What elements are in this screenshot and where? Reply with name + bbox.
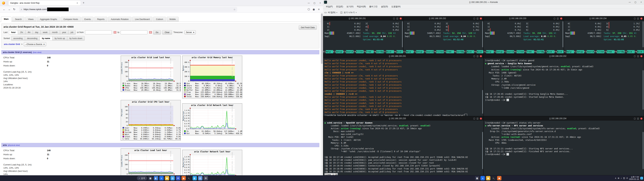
forward-icon[interactable]: → <box>7 7 12 12</box>
bookmark-star-icon[interactable]: ☆ <box>234 8 236 11</box>
scrollbar-thumb[interactable] <box>643 132 644 169</box>
extensions-icon[interactable]: ⬡ <box>306 7 311 12</box>
pane-scrollbar[interactable] <box>642 59 644 115</box>
konsole-minimize-button[interactable]: — <box>627 0 632 4</box>
breadcrumb-grid-link[interactable]: aria cluster Grid <box>4 43 20 46</box>
terminal-icon[interactable]: >_ <box>187 176 191 180</box>
pane-scrollbar[interactable] <box>482 21 483 53</box>
toolbar--[interactable]: ◫보기 나누기▾ <box>340 11 356 14</box>
pane-maximize-icon[interactable]: ▢ <box>634 17 636 20</box>
taskbar-clock[interactable]: 오후 7:202024-01-16 <box>629 176 639 180</box>
section-header-link[interactable]: (tree view) <box>33 51 42 53</box>
sort-descending-button[interactable]: descending <box>25 36 40 40</box>
page-scrollbar[interactable] <box>321 13 323 175</box>
scrollbar-thumb[interactable] <box>321 14 323 64</box>
start-button[interactable] <box>470 176 474 180</box>
htop-function-bar[interactable]: F1Help F2Setup F3SearchF4FilterF5Tree F6… <box>404 50 484 53</box>
pane-maximize-icon[interactable]: ▢ <box>634 117 636 120</box>
ime-english-indicator[interactable]: A <box>626 177 628 179</box>
pane-split-icon[interactable]: ◫ <box>637 55 639 57</box>
terminal-body[interactable]: 0[0.0%] 3[0.0%] 1[0.0%] 4[0.0%] 2[0.7%] … <box>484 20 564 54</box>
graph-grid_network[interactable]: aria cluster Grid Network last hourBytes… <box>182 104 242 135</box>
sort-by-name-button[interactable]: by name <box>40 36 52 40</box>
pane-close-icon[interactable]: × <box>640 118 642 120</box>
scrollbar-thumb[interactable] <box>643 70 644 110</box>
notepad-icon[interactable]: ▤ <box>198 176 202 180</box>
pane-split-icon[interactable]: ◫ <box>477 17 478 20</box>
pane-maximize-icon[interactable]: ▢ <box>473 17 475 20</box>
terminal-body[interactable]: 0[0.6%] 3[0.0%] 1[0.0%] 4[0.7%] 2[0.0%] … <box>323 20 403 54</box>
pane-close-icon[interactable]: × <box>560 18 562 20</box>
account-icon[interactable]: ◉ <box>311 7 316 12</box>
tab-mobile[interactable]: Mobile <box>167 17 178 22</box>
pane-maximize-icon[interactable]: ▢ <box>473 55 475 57</box>
pane-split-icon[interactable]: ◫ <box>637 117 639 120</box>
scrollbar-thumb[interactable] <box>482 21 483 47</box>
pane-maximize-icon[interactable]: ▢ <box>554 17 556 20</box>
scrollbar-thumb[interactable] <box>562 21 563 47</box>
range-4hr-button[interactable]: 4hr <box>26 30 33 34</box>
section-header-link[interactable]: (physical view) <box>8 144 20 146</box>
range-day-button[interactable]: day <box>33 30 40 34</box>
tray-icon[interactable]: ⊕ <box>618 177 619 179</box>
konsole-icon[interactable]: >_ <box>492 176 496 180</box>
new-tab-button[interactable]: + <box>82 1 86 5</box>
pane-close-icon[interactable]: × <box>400 18 402 20</box>
tab-cubism[interactable]: Cubism <box>153 17 166 22</box>
menu--s-[interactable]: 설정(S) <box>379 4 390 9</box>
menu--v-[interactable]: 보기(V) <box>345 4 355 9</box>
sort-by-hosts-down-button[interactable]: by hosts down <box>67 36 85 40</box>
clear-button[interactable]: Clear <box>162 30 172 34</box>
pane-scrollbar[interactable] <box>482 59 483 115</box>
browser-tab[interactable]: Ganglia:: aria cluster Grid Rep × <box>8 0 81 6</box>
terminal-body[interactable]: ● sshd.service - OpenSSH server daemon L… <box>323 121 483 175</box>
graph-grid_load[interactable]: aria cluster Grid Load last hourLoads/Pr… <box>121 56 180 92</box>
tab-live-dashboard[interactable]: Live Dashboard <box>132 17 152 22</box>
pane-split-icon[interactable]: ◫ <box>477 117 478 120</box>
window-minimize-button[interactable]: — <box>306 1 312 5</box>
menu-icon[interactable]: ≡ <box>316 7 321 12</box>
mail-icon[interactable]: ✉ <box>176 176 180 180</box>
tab-search[interactable]: Search <box>12 17 24 22</box>
range-2hr-button[interactable]: 2hr <box>18 30 25 34</box>
range-month-button[interactable]: month <box>50 30 60 34</box>
pane-close-icon[interactable]: × <box>640 18 642 20</box>
menu--e-[interactable]: 편집(E) <box>334 4 345 9</box>
edge-icon[interactable]: e <box>480 176 485 180</box>
pane-split-icon[interactable]: ◫ <box>396 17 398 20</box>
start-button[interactable] <box>132 176 136 180</box>
ime-korean-indicator[interactable]: 한 <box>623 177 625 180</box>
menu--h-[interactable]: 도움말(H) <box>390 4 402 9</box>
pane-scrollbar[interactable] <box>642 121 644 174</box>
terminal-body[interactable]: [root@cnode1 ~]# systemctl status gmond●… <box>484 58 644 116</box>
pane-split-icon[interactable]: ◫ <box>477 55 478 57</box>
scrollbar-thumb[interactable] <box>482 132 483 169</box>
menu--[interactable]: 플러그인 <box>368 4 379 9</box>
pane-maximize-icon[interactable]: ▢ <box>393 17 395 20</box>
firefox-view-button[interactable] <box>1 1 6 5</box>
range-week-button[interactable]: week <box>40 30 50 34</box>
graph-aria_network[interactable]: aria Cluster Network last hourBytes/secR… <box>182 150 242 175</box>
tab-main[interactable]: Main <box>1 16 12 22</box>
range-year-button[interactable]: year <box>60 30 68 34</box>
window-maximize-button[interactable]: ▢ <box>312 1 317 5</box>
to-date-input[interactable] <box>120 30 148 34</box>
edge-icon[interactable]: e <box>159 176 164 180</box>
scrollbar-thumb[interactable] <box>402 21 403 47</box>
konsole-maximize-button[interactable]: ▢ <box>632 0 638 4</box>
file-explorer-icon[interactable]: ▣ <box>486 176 490 180</box>
scrollbar-thumb[interactable] <box>482 90 483 114</box>
back-icon[interactable]: ← <box>2 7 7 12</box>
calendar-icon[interactable] <box>114 31 116 34</box>
tray-icon[interactable]: ♪ <box>621 177 622 179</box>
window-close-button[interactable]: × <box>317 1 323 5</box>
terminal-body[interactable]: 0[0.0%] 3[1.3%] 1[0.0%] 4[0.7%] 2[0.0%] … <box>564 20 644 54</box>
pane-split-icon[interactable]: ◫ <box>557 17 559 20</box>
pane-scrollbar[interactable] <box>642 21 644 53</box>
file-explorer-icon[interactable]: ▣ <box>165 176 169 180</box>
terminal-body[interactable]: [root@cnode3 ~]# systemctl status nfs-se… <box>484 121 644 175</box>
konsole-close-button[interactable]: × <box>638 0 644 4</box>
vscode-icon[interactable]: ◧ <box>192 176 197 180</box>
scrollbar-thumb[interactable] <box>643 21 644 47</box>
tab-aggregate-graphs[interactable]: Aggregate Graphs <box>37 17 60 22</box>
